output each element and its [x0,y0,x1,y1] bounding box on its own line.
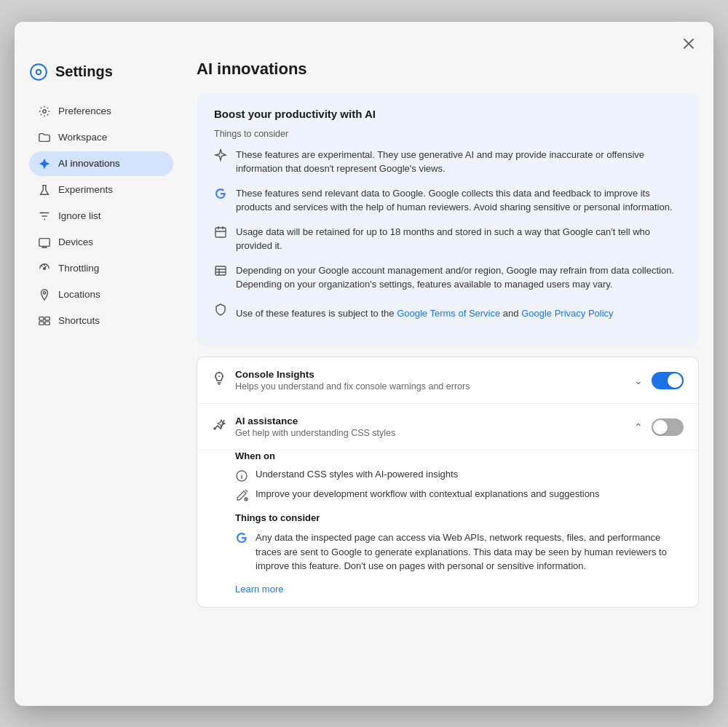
boost-card: Boost your productivity with AI Things t… [197,93,699,346]
ai-assistance-info: AI assistance Get help with understandin… [235,416,634,438]
when-on-text: Improve your development workflow with c… [256,488,600,499]
settings-logo-icon [29,63,48,82]
shortcuts-icon [38,314,51,327]
sidebar-item-ai-innovations[interactable]: AI innovations [29,151,173,176]
folder-icon [38,131,51,144]
location-icon [38,288,51,301]
svg-point-0 [31,64,47,80]
ai-assistance-expanded: When on Understand CSS styles with AI-po… [197,450,698,607]
tos-link[interactable]: Google Terms of Service [397,308,500,319]
page-title: AI innovations [197,60,699,79]
throttle-icon [38,262,51,275]
ai-assistance-header: AI assistance Get help with understandin… [212,416,684,438]
shield-icon [214,303,227,316]
device-icon [38,236,51,249]
sidebar-item-shortcuts[interactable]: Shortcuts [29,309,173,333]
sidebar-item-label: Workspace [58,132,107,143]
ai-assistance-left: AI assistance Get help with understandin… [212,416,634,438]
settings-title-label: Settings [55,63,113,80]
sidebar-item-label: Throttling [58,263,99,274]
sidebar-item-ignore-list[interactable]: Ignore list [29,204,173,229]
toggle-knob [668,373,682,388]
when-on-label: When on [235,450,684,461]
ai-assistance-toggle[interactable] [652,418,684,436]
things-item: Any data the inspected page can access v… [235,531,684,573]
tos-prefix: Use of these features is subject to the [236,308,397,319]
svg-rect-12 [215,266,226,275]
svg-point-2 [43,109,47,113]
consideration-text: Usage data will be retained for up to 18… [236,225,681,253]
ai-assistance-desc: Get help with understanding CSS styles [235,428,634,438]
ai-assistance-controls: ⌃ [634,418,684,436]
ai-assistance-name: AI assistance [235,416,634,426]
console-insights-controls: ⌄ [634,372,684,389]
svg-rect-9 [39,321,44,325]
consideration-text: Depending on your Google account managem… [236,263,681,292]
sidebar-title: Settings [29,60,173,84]
things-text: Any data the inspected page can access v… [256,531,684,573]
when-on-item: Improve your development workflow with c… [235,488,684,502]
boost-links: Use of these features is subject to the … [236,306,614,321]
sidebar-item-preferences[interactable]: Preferences [29,99,173,124]
things-section: Things to consider Any data the inspecte… [235,512,684,573]
window-body: Settings Preferences Workspace [15,60,713,706]
console-insights-desc: Helps you understand and fix console war… [235,381,634,392]
things-label: Things to consider [214,129,681,139]
console-insights-toggle[interactable] [652,372,684,389]
tos-item: Use of these features is subject to the … [214,302,681,321]
table-icon [214,264,227,277]
sidebar-item-locations[interactable]: Locations [29,282,173,307]
svg-rect-10 [45,321,50,325]
sidebar-item-label: Locations [58,289,100,300]
calendar-icon [214,226,227,239]
consideration-item: These features send relevant data to Goo… [214,186,681,215]
sidebar-item-label: AI innovations [58,158,120,169]
svg-point-6 [43,291,45,293]
flask-icon [38,183,51,196]
console-insights-row: Console Insights Helps you understand an… [197,357,698,404]
settings-window: Settings Preferences Workspace [15,22,713,706]
gear-icon [38,105,51,118]
sidebar-item-label: Devices [58,237,93,247]
close-button[interactable] [678,33,699,54]
bulb-icon [212,370,226,385]
svg-rect-7 [39,317,44,320]
console-insights-name: Console Insights [235,369,634,380]
sidebar-item-label: Ignore list [58,210,101,221]
main-content: AI innovations Boost your productivity w… [182,60,699,691]
google-g-small-icon [235,531,248,544]
info-circle-icon [235,469,248,482]
chevron-up-icon[interactable]: ⌃ [634,421,643,433]
pencil-ai-icon [235,489,248,502]
sidebar-item-throttling[interactable]: Throttling [29,256,173,281]
learn-more-link[interactable]: Learn more [235,584,283,595]
sidebar-item-devices[interactable]: Devices [29,230,173,255]
console-insights-left: Console Insights Helps you understand an… [212,369,634,392]
sidebar-item-workspace[interactable]: Workspace [29,125,173,150]
console-insights-header: Console Insights Helps you understand an… [212,369,684,392]
sparkle-icon [214,148,227,162]
consideration-item: Usage data will be retained for up to 18… [214,225,681,253]
sidebar-item-label: Shortcuts [58,315,100,326]
svg-point-13 [219,373,220,373]
title-bar [15,22,713,60]
features-card: Console Insights Helps you understand an… [197,357,699,608]
ai-assist-icon [212,417,226,432]
sidebar: Settings Preferences Workspace [29,60,182,691]
things-section-label: Things to consider [235,512,684,523]
chevron-down-icon[interactable]: ⌄ [634,375,643,386]
sidebar-item-label: Preferences [58,106,111,116]
svg-point-1 [36,69,41,74]
consideration-text: These features send relevant data to Goo… [236,186,681,215]
consideration-item: Depending on your Google account managem… [214,263,681,292]
google-g-icon [214,187,227,200]
when-on-text: Understand CSS styles with AI-powered in… [256,469,458,480]
toggle-knob [653,420,668,434]
consideration-text: These features are experimental. They us… [236,148,681,176]
svg-rect-4 [39,238,50,246]
list-filter-icon [38,210,51,223]
privacy-link[interactable]: Google Privacy Policy [521,308,613,319]
when-on-item: Understand CSS styles with AI-powered in… [235,469,684,482]
sidebar-item-experiments[interactable]: Experiments [29,178,173,202]
ai-assistance-row: AI assistance Get help with understandin… [197,404,698,450]
